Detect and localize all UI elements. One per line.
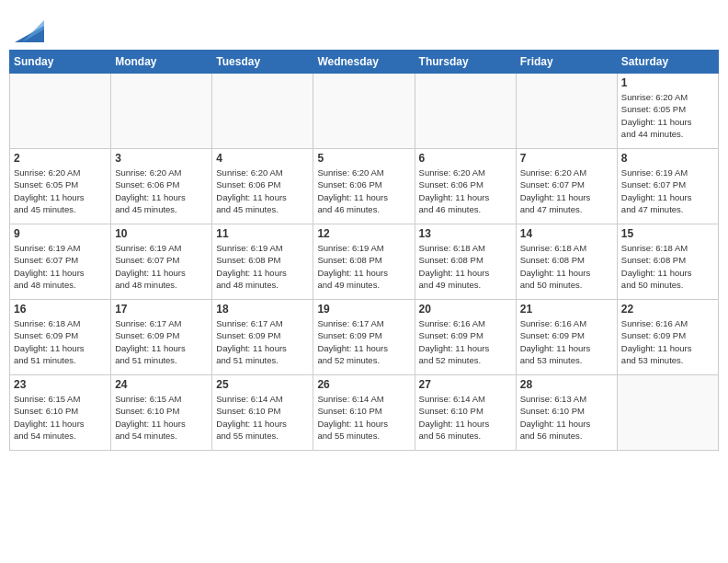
calendar-header-row: SundayMondayTuesdayWednesdayThursdayFrid…	[10, 51, 719, 74]
day-number: 28	[520, 378, 613, 391]
calendar-day-cell: 19Sunrise: 6:17 AM Sunset: 6:09 PM Dayli…	[313, 300, 415, 375]
calendar-day-cell: 18Sunrise: 6:17 AM Sunset: 6:09 PM Dayli…	[212, 300, 313, 375]
day-number: 21	[520, 303, 613, 316]
logo-icon	[15, 17, 44, 42]
calendar-day-cell: 21Sunrise: 6:16 AM Sunset: 6:09 PM Dayli…	[516, 300, 617, 375]
day-number: 1	[621, 76, 714, 89]
day-number: 6	[419, 152, 512, 165]
day-info: Sunrise: 6:16 AM Sunset: 6:09 PM Dayligh…	[520, 317, 613, 366]
day-info: Sunrise: 6:20 AM Sunset: 6:06 PM Dayligh…	[115, 167, 208, 215]
calendar-day-cell: 26Sunrise: 6:14 AM Sunset: 6:10 PM Dayli…	[313, 375, 415, 451]
calendar-day-cell	[516, 74, 617, 149]
day-info: Sunrise: 6:19 AM Sunset: 6:07 PM Dayligh…	[14, 242, 107, 291]
calendar-day-cell: 20Sunrise: 6:16 AM Sunset: 6:09 PM Dayli…	[415, 300, 516, 375]
page-header	[9, 9, 719, 42]
day-info: Sunrise: 6:18 AM Sunset: 6:08 PM Dayligh…	[520, 242, 613, 291]
day-number: 3	[115, 152, 208, 165]
day-info: Sunrise: 6:20 AM Sunset: 6:05 PM Dayligh…	[621, 91, 714, 140]
day-info: Sunrise: 6:14 AM Sunset: 6:10 PM Dayligh…	[317, 393, 410, 442]
day-number: 11	[216, 227, 309, 240]
day-info: Sunrise: 6:14 AM Sunset: 6:10 PM Dayligh…	[419, 393, 512, 442]
calendar-week-row: 23Sunrise: 6:15 AM Sunset: 6:10 PM Dayli…	[10, 375, 719, 451]
day-info: Sunrise: 6:14 AM Sunset: 6:10 PM Dayligh…	[216, 393, 309, 442]
day-number: 20	[419, 303, 512, 316]
calendar-day-header: Saturday	[617, 51, 718, 74]
calendar-day-cell	[212, 74, 313, 149]
calendar-day-cell: 12Sunrise: 6:19 AM Sunset: 6:08 PM Dayli…	[313, 224, 415, 300]
day-number: 13	[419, 227, 512, 240]
day-info: Sunrise: 6:19 AM Sunset: 6:07 PM Dayligh…	[621, 167, 714, 215]
day-number: 22	[621, 303, 714, 316]
day-info: Sunrise: 6:20 AM Sunset: 6:06 PM Dayligh…	[317, 167, 410, 215]
calendar-day-cell	[617, 375, 718, 451]
day-info: Sunrise: 6:19 AM Sunset: 6:08 PM Dayligh…	[317, 242, 410, 291]
day-info: Sunrise: 6:19 AM Sunset: 6:07 PM Dayligh…	[115, 242, 208, 291]
day-number: 27	[419, 378, 512, 391]
day-info: Sunrise: 6:18 AM Sunset: 6:09 PM Dayligh…	[14, 317, 107, 366]
calendar-day-cell: 11Sunrise: 6:19 AM Sunset: 6:08 PM Dayli…	[212, 224, 313, 300]
calendar-day-cell: 6Sunrise: 6:20 AM Sunset: 6:06 PM Daylig…	[415, 149, 516, 224]
day-number: 17	[115, 303, 208, 316]
calendar-day-cell: 25Sunrise: 6:14 AM Sunset: 6:10 PM Dayli…	[212, 375, 313, 451]
day-number: 8	[621, 152, 714, 165]
day-info: Sunrise: 6:17 AM Sunset: 6:09 PM Dayligh…	[216, 317, 309, 366]
day-number: 9	[14, 227, 107, 240]
calendar-day-cell: 2Sunrise: 6:20 AM Sunset: 6:05 PM Daylig…	[10, 149, 111, 224]
calendar-day-cell: 3Sunrise: 6:20 AM Sunset: 6:06 PM Daylig…	[111, 149, 212, 224]
logo	[13, 17, 44, 42]
calendar-week-row: 2Sunrise: 6:20 AM Sunset: 6:05 PM Daylig…	[10, 149, 719, 224]
calendar-day-cell: 4Sunrise: 6:20 AM Sunset: 6:06 PM Daylig…	[212, 149, 313, 224]
day-info: Sunrise: 6:18 AM Sunset: 6:08 PM Dayligh…	[419, 242, 512, 291]
calendar-day-cell	[313, 74, 415, 149]
day-info: Sunrise: 6:20 AM Sunset: 6:06 PM Dayligh…	[216, 167, 309, 215]
calendar-day-cell: 17Sunrise: 6:17 AM Sunset: 6:09 PM Dayli…	[111, 300, 212, 375]
calendar-week-row: 16Sunrise: 6:18 AM Sunset: 6:09 PM Dayli…	[10, 300, 719, 375]
day-info: Sunrise: 6:16 AM Sunset: 6:09 PM Dayligh…	[621, 317, 714, 366]
calendar-day-cell: 1Sunrise: 6:20 AM Sunset: 6:05 PM Daylig…	[617, 74, 718, 149]
calendar-day-cell: 15Sunrise: 6:18 AM Sunset: 6:08 PM Dayli…	[617, 224, 718, 300]
day-info: Sunrise: 6:15 AM Sunset: 6:10 PM Dayligh…	[14, 393, 107, 442]
calendar-day-cell: 22Sunrise: 6:16 AM Sunset: 6:09 PM Dayli…	[617, 300, 718, 375]
calendar-day-cell: 13Sunrise: 6:18 AM Sunset: 6:08 PM Dayli…	[415, 224, 516, 300]
day-number: 19	[317, 303, 410, 316]
day-info: Sunrise: 6:17 AM Sunset: 6:09 PM Dayligh…	[115, 317, 208, 366]
calendar-day-cell: 10Sunrise: 6:19 AM Sunset: 6:07 PM Dayli…	[111, 224, 212, 300]
calendar-day-cell: 27Sunrise: 6:14 AM Sunset: 6:10 PM Dayli…	[415, 375, 516, 451]
day-info: Sunrise: 6:18 AM Sunset: 6:08 PM Dayligh…	[621, 242, 714, 291]
calendar-week-row: 1Sunrise: 6:20 AM Sunset: 6:05 PM Daylig…	[10, 74, 719, 149]
calendar-day-header: Friday	[516, 51, 617, 74]
day-number: 12	[317, 227, 410, 240]
calendar-day-header: Monday	[111, 51, 212, 74]
day-number: 23	[14, 378, 107, 391]
day-number: 14	[520, 227, 613, 240]
day-info: Sunrise: 6:16 AM Sunset: 6:09 PM Dayligh…	[419, 317, 512, 366]
calendar-day-cell: 14Sunrise: 6:18 AM Sunset: 6:08 PM Dayli…	[516, 224, 617, 300]
day-number: 26	[317, 378, 410, 391]
day-number: 4	[216, 152, 309, 165]
day-number: 24	[115, 378, 208, 391]
day-info: Sunrise: 6:19 AM Sunset: 6:08 PM Dayligh…	[216, 242, 309, 291]
calendar-day-cell	[10, 74, 111, 149]
calendar-day-cell: 23Sunrise: 6:15 AM Sunset: 6:10 PM Dayli…	[10, 375, 111, 451]
day-number: 5	[317, 152, 410, 165]
calendar-day-cell: 7Sunrise: 6:20 AM Sunset: 6:07 PM Daylig…	[516, 149, 617, 224]
day-number: 7	[520, 152, 613, 165]
day-number: 25	[216, 378, 309, 391]
calendar-day-header: Tuesday	[212, 51, 313, 74]
calendar-day-cell: 8Sunrise: 6:19 AM Sunset: 6:07 PM Daylig…	[617, 149, 718, 224]
day-info: Sunrise: 6:20 AM Sunset: 6:06 PM Dayligh…	[419, 167, 512, 215]
calendar-day-cell: 28Sunrise: 6:13 AM Sunset: 6:10 PM Dayli…	[516, 375, 617, 451]
calendar-day-cell	[415, 74, 516, 149]
calendar-day-cell: 16Sunrise: 6:18 AM Sunset: 6:09 PM Dayli…	[10, 300, 111, 375]
calendar-day-cell	[111, 74, 212, 149]
calendar-day-cell: 5Sunrise: 6:20 AM Sunset: 6:06 PM Daylig…	[313, 149, 415, 224]
calendar-day-header: Thursday	[415, 51, 516, 74]
calendar-week-row: 9Sunrise: 6:19 AM Sunset: 6:07 PM Daylig…	[10, 224, 719, 300]
calendar-table: SundayMondayTuesdayWednesdayThursdayFrid…	[9, 50, 719, 451]
day-number: 10	[115, 227, 208, 240]
day-number: 2	[14, 152, 107, 165]
day-info: Sunrise: 6:17 AM Sunset: 6:09 PM Dayligh…	[317, 317, 410, 366]
calendar-day-cell: 9Sunrise: 6:19 AM Sunset: 6:07 PM Daylig…	[10, 224, 111, 300]
day-info: Sunrise: 6:15 AM Sunset: 6:10 PM Dayligh…	[115, 393, 208, 442]
day-info: Sunrise: 6:20 AM Sunset: 6:05 PM Dayligh…	[14, 167, 107, 215]
